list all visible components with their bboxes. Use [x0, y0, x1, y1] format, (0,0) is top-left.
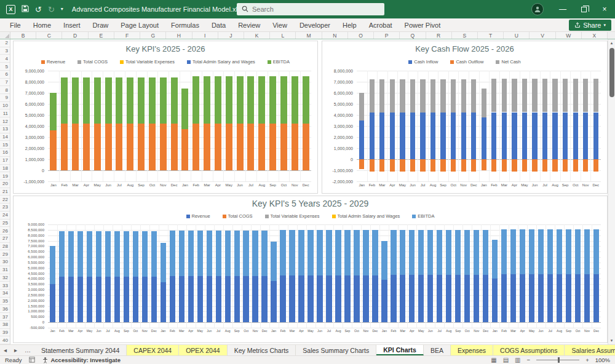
row-header-14[interactable]: 14	[0, 133, 10, 141]
row-header-8[interactable]: 8	[0, 86, 10, 94]
avatar[interactable]	[531, 3, 544, 15]
zoom-in-button[interactable]: +	[585, 357, 589, 363]
zoom-level[interactable]: 100%	[595, 357, 610, 363]
row-header-17[interactable]: 17	[0, 157, 10, 165]
share-button[interactable]: Share ▾	[569, 20, 611, 31]
row-header-22[interactable]: 22	[0, 196, 10, 204]
row-header-3[interactable]: 3	[0, 47, 10, 55]
vertical-scrollbar-thumb[interactable]	[609, 48, 614, 97]
zoom-out-button[interactable]: −	[527, 357, 531, 363]
row-header-13[interactable]: 13	[0, 125, 10, 133]
row-header-31[interactable]: 31	[0, 266, 10, 274]
row-header-21[interactable]: 21	[0, 188, 10, 196]
row-header-24[interactable]: 24	[0, 212, 10, 220]
sheet-nav-right-icon[interactable]: ▸	[10, 345, 21, 355]
ribbon-tab-developer[interactable]: Developer	[293, 18, 336, 31]
row-header-33[interactable]: 33	[0, 282, 10, 290]
column-header-S[interactable]: S	[452, 32, 478, 39]
search-box[interactable]	[237, 3, 384, 15]
normal-view-icon[interactable]: ▦	[491, 357, 496, 363]
vertical-scrollbar[interactable]: ▴ ▾	[608, 39, 615, 344]
column-header-F[interactable]: F	[114, 32, 140, 39]
sheet-tab-salaries-assumptions[interactable]: Salaries Assumptions	[565, 345, 615, 355]
column-header-N[interactable]: N	[322, 32, 348, 39]
minimize-button[interactable]: —	[552, 0, 573, 18]
column-header-Q[interactable]: Q	[400, 32, 426, 39]
chart-key-kpis-2025-2026[interactable]: Key KPI's 2025 - 2026 RevenueTotal COGST…	[13, 41, 318, 194]
row-header-7[interactable]: 7	[0, 79, 10, 87]
sheet-tab-bea[interactable]: BEA	[424, 345, 451, 355]
page-break-view-icon[interactable]: ▥	[515, 357, 520, 363]
column-header-C[interactable]: C	[36, 32, 62, 39]
select-all-corner[interactable]	[0, 32, 10, 39]
save-icon[interactable]	[22, 5, 29, 14]
row-header-4[interactable]: 4	[0, 55, 10, 63]
row-header-11[interactable]: 11	[0, 109, 10, 117]
column-header-L[interactable]: L	[270, 32, 296, 39]
sheet-tab-expenses[interactable]: Expenses	[451, 345, 493, 355]
row-header-16[interactable]: 16	[0, 149, 10, 157]
column-header-O[interactable]: O	[348, 32, 374, 39]
macro-record-icon[interactable]	[29, 357, 35, 364]
row-header-18[interactable]: 18	[0, 165, 10, 173]
column-header-R[interactable]: R	[426, 32, 452, 39]
row-header-38[interactable]: 38	[0, 321, 10, 329]
row-header-32[interactable]: 32	[0, 274, 10, 282]
column-header-I[interactable]: I	[192, 32, 218, 39]
column-header-B[interactable]: B	[10, 32, 36, 39]
ribbon-tab-view[interactable]: View	[266, 18, 293, 31]
row-header-25[interactable]: 25	[0, 220, 10, 228]
ribbon-tab-home[interactable]: Home	[27, 18, 57, 31]
zoom-slider[interactable]	[536, 360, 579, 360]
restore-button[interactable]	[573, 0, 594, 18]
row-header-39[interactable]: 39	[0, 329, 10, 337]
sheet-tab-cogs-assumptions[interactable]: COGS Assumptions	[493, 345, 565, 355]
row-header-5[interactable]: 5	[0, 63, 10, 71]
ribbon-tab-data[interactable]: Data	[205, 18, 232, 31]
row-header-15[interactable]: 15	[0, 141, 10, 149]
customize-qat-icon[interactable]: ▾	[61, 7, 63, 12]
row-header-30[interactable]: 30	[0, 258, 10, 266]
column-header-G[interactable]: G	[140, 32, 166, 39]
row-header-34[interactable]: 34	[0, 290, 10, 298]
undo-icon[interactable]: ↺	[35, 6, 42, 14]
ribbon-tab-file[interactable]: File	[4, 18, 27, 31]
sheet-tab-opex-2044[interactable]: OPEX 2044	[179, 345, 227, 355]
sheet-nav-left-icon[interactable]: ◂	[0, 345, 10, 355]
column-header-M[interactable]: M	[296, 32, 322, 39]
ribbon-tab-acrobat[interactable]: Acrobat	[363, 18, 399, 31]
ribbon-tab-help[interactable]: Help	[336, 18, 363, 31]
row-header-40[interactable]: 40	[0, 336, 10, 344]
zoom-slider-thumb[interactable]	[558, 357, 560, 363]
row-header-37[interactable]: 37	[0, 313, 10, 321]
column-header-V[interactable]: V	[530, 32, 555, 39]
column-header-D[interactable]: D	[62, 32, 88, 39]
ribbon-tab-page-layout[interactable]: Page Layout	[114, 18, 165, 31]
search-input[interactable]	[252, 6, 369, 13]
ribbon-tab-power-pivot[interactable]: Power Pivot	[399, 18, 447, 31]
scroll-up-icon[interactable]: ▴	[611, 39, 613, 47]
column-header-T[interactable]: T	[478, 32, 504, 39]
row-header-23[interactable]: 23	[0, 204, 10, 212]
row-header-2[interactable]: 2	[0, 39, 10, 47]
row-header-20[interactable]: 20	[0, 180, 10, 188]
column-header-E[interactable]: E	[89, 32, 114, 39]
sheet-tab-kpi-charts[interactable]: KPI Charts	[376, 345, 424, 355]
row-header-19[interactable]: 19	[0, 172, 10, 180]
row-header-12[interactable]: 12	[0, 117, 10, 125]
ribbon-tab-draw[interactable]: Draw	[87, 18, 115, 31]
column-header-U[interactable]: U	[504, 32, 530, 39]
row-header-36[interactable]: 36	[0, 305, 10, 313]
scroll-down-icon[interactable]: ▾	[611, 337, 613, 344]
column-header-W[interactable]: W	[556, 32, 582, 39]
row-header-10[interactable]: 10	[0, 102, 10, 110]
sheet-nav-more-icon[interactable]: …	[21, 345, 34, 355]
sheet-tab-capex-2044[interactable]: CAPEX 2044	[127, 345, 179, 355]
column-header-J[interactable]: J	[218, 32, 244, 39]
row-header-26[interactable]: 26	[0, 227, 10, 235]
row-header-29[interactable]: 29	[0, 250, 10, 258]
row-header-27[interactable]: 27	[0, 235, 10, 243]
chart-key-cash-flow-2025-2026[interactable]: Key Cash Flow 2025 - 2026 Cash InflowCas…	[322, 41, 608, 194]
ribbon-tab-formulas[interactable]: Formulas	[165, 18, 205, 31]
ribbon-tab-insert[interactable]: Insert	[57, 18, 87, 31]
